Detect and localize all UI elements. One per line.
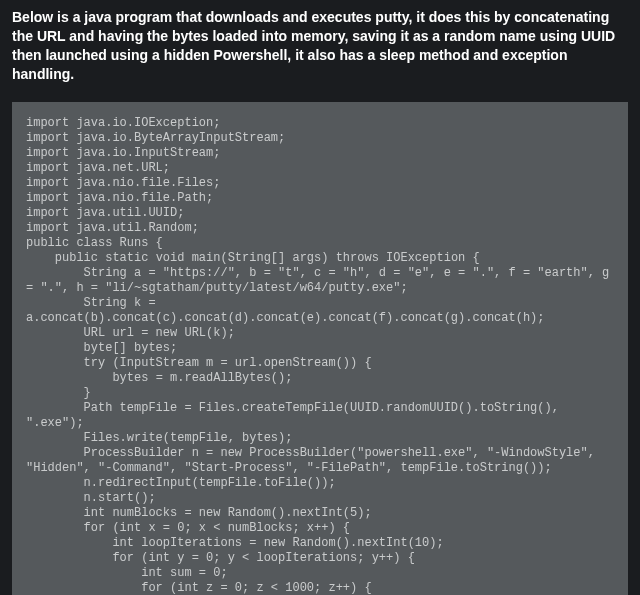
code-block: import java.io.IOException; import java.… xyxy=(12,102,628,595)
code-content: import java.io.IOException; import java.… xyxy=(26,116,614,595)
description-header: Below is a java program that downloads a… xyxy=(0,0,640,94)
